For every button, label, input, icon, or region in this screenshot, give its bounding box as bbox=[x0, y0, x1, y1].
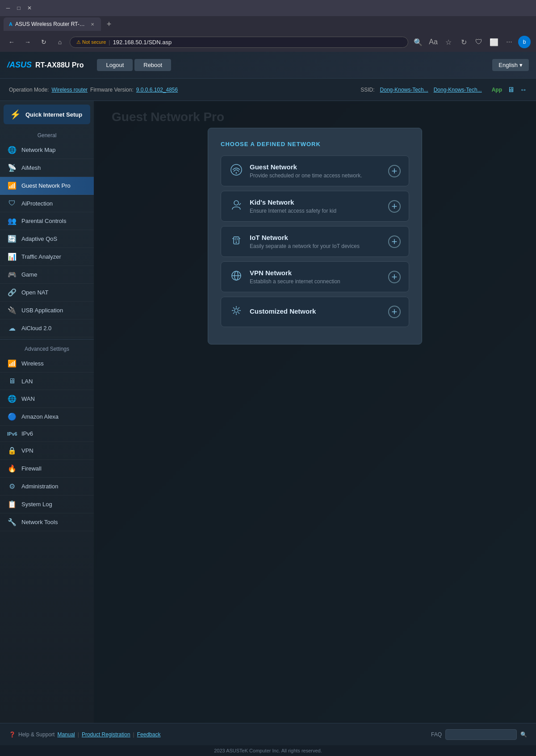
firmware-value[interactable]: 9.0.0.6.102_4856 bbox=[136, 87, 178, 93]
quick-internet-setup[interactable]: ⚡ Quick Internet Setup bbox=[4, 105, 90, 124]
sidebar-item-guest-network-pro[interactable]: 📶 Guest Network Pro bbox=[0, 177, 94, 195]
iot-network-name: IoT Network bbox=[250, 234, 382, 241]
iot-network-option[interactable]: IoT Network Easily separate a network fo… bbox=[221, 226, 409, 257]
sidebar-item-traffic-analyzer[interactable]: 📊 Traffic Analyzer bbox=[0, 248, 94, 266]
sidebar-item-adaptive-qos[interactable]: 🔄 Adaptive QoS bbox=[0, 230, 94, 248]
sidebar-item-administration[interactable]: ⚙ Administration bbox=[0, 478, 94, 496]
sidebar-item-network-tools[interactable]: 🔧 Network Tools bbox=[0, 513, 94, 531]
sidebar-item-game[interactable]: 🎮 Game bbox=[0, 266, 94, 284]
maximize-button[interactable]: □ bbox=[15, 4, 22, 12]
close-button[interactable]: ✕ bbox=[26, 4, 33, 12]
shield-icon[interactable]: 🛡 bbox=[473, 36, 485, 48]
vpn-network-icon bbox=[229, 269, 243, 285]
kids-network-add-button[interactable]: + bbox=[388, 200, 401, 213]
sidebar-item-amazon-alexa[interactable]: 🔵 Amazon Alexa bbox=[0, 408, 94, 426]
network-map-icon: 🌐 bbox=[7, 146, 17, 154]
header-nav: Logout Reboot bbox=[97, 59, 171, 71]
sidebar-item-label-ipv6: IPv6 bbox=[21, 430, 33, 437]
operation-mode-value[interactable]: Wireless router bbox=[51, 87, 88, 93]
sidebar-item-ipv6[interactable]: IPv6 IPv6 bbox=[0, 426, 94, 442]
footer-link-feedback[interactable]: Feedback bbox=[137, 731, 161, 738]
back-button[interactable]: ← bbox=[5, 36, 18, 48]
footer-link-product-registration[interactable]: Product Registration bbox=[82, 731, 130, 738]
sidebar-item-firewall[interactable]: 🔥 Firewall bbox=[0, 460, 94, 478]
url-bar[interactable]: ⚠ Not secure | 192.168.50.1/SDN.asp bbox=[70, 37, 408, 48]
sidebar-item-label-open-nat: Open NAT bbox=[21, 289, 48, 296]
home-button[interactable]: ⌂ bbox=[54, 36, 66, 48]
refresh-button[interactable]: ↻ bbox=[38, 36, 50, 48]
general-section-title: General bbox=[0, 128, 94, 141]
toolbar-icons: 🔍 Aa ☆ ↻ 🛡 ⬜ ··· b bbox=[412, 36, 531, 48]
sidebar-item-parental-controls[interactable]: 👥 Parental Controls bbox=[0, 212, 94, 230]
sidebar-item-aicloud[interactable]: ☁ AiCloud 2.0 bbox=[0, 319, 94, 337]
customized-network-name: Customized Network bbox=[250, 307, 382, 315]
sidebar-item-label-network-map: Network Map bbox=[21, 147, 56, 153]
administration-icon: ⚙ bbox=[7, 482, 17, 491]
iot-network-desc: Easily separate a network for your IoT d… bbox=[250, 243, 382, 249]
logout-button[interactable]: Logout bbox=[97, 59, 133, 71]
parental-controls-icon: 👥 bbox=[7, 217, 17, 225]
search-icon[interactable]: 🔍 bbox=[412, 36, 424, 48]
sidebar-item-label-vpn: VPN bbox=[21, 447, 34, 454]
sidebar-item-label-game: Game bbox=[21, 271, 37, 278]
router-ui: /ASUS RT-AX88U Pro Logout Reboot English… bbox=[0, 52, 536, 756]
new-tab-button[interactable]: + bbox=[103, 18, 115, 30]
app-link[interactable]: App bbox=[492, 87, 502, 93]
vpn-network-option[interactable]: VPN Network Establish a secure internet … bbox=[221, 261, 409, 292]
footer-link-manual[interactable]: Manual bbox=[57, 731, 75, 738]
iot-network-text: IoT Network Easily separate a network fo… bbox=[250, 234, 382, 249]
guest-network-option[interactable]: Guest Network Provide scheduled or one t… bbox=[221, 155, 409, 186]
game-icon: 🎮 bbox=[7, 270, 17, 279]
sidebar-item-label-system-log: System Log bbox=[21, 501, 52, 508]
kids-network-desc: Ensure Internet access safety for kid bbox=[250, 208, 382, 214]
svg-point-1 bbox=[236, 172, 237, 173]
svg-point-2 bbox=[234, 201, 239, 205]
tab-close-button[interactable]: ✕ bbox=[89, 21, 96, 27]
sidebar-item-lan[interactable]: 🖥 LAN bbox=[0, 373, 94, 390]
quick-setup-icon: ⚡ bbox=[10, 109, 21, 120]
sidebar-item-label-guest-network-pro: Guest Network Pro bbox=[21, 182, 71, 189]
edge-icon[interactable]: b bbox=[518, 36, 531, 48]
sidebar-item-aiprotection[interactable]: 🛡 AiProtection bbox=[0, 195, 94, 212]
kids-network-option[interactable]: Kid's Network Ensure Internet access saf… bbox=[221, 191, 409, 222]
minimize-button[interactable]: ─ bbox=[4, 4, 12, 12]
sidebar-item-network-map[interactable]: 🌐 Network Map bbox=[0, 141, 94, 159]
reader-mode-icon[interactable]: Aa bbox=[427, 36, 440, 48]
faq-search-icon[interactable]: 🔍 bbox=[520, 731, 527, 738]
menu-icon[interactable]: ··· bbox=[503, 36, 515, 48]
guest-network-add-button[interactable]: + bbox=[388, 165, 401, 177]
screen-icon[interactable]: 🖥 bbox=[507, 86, 515, 94]
forward-button[interactable]: → bbox=[21, 36, 34, 48]
info-bar-right: SSID: Dong-Knows-Tech... Dong-Knows-Tech… bbox=[360, 86, 527, 94]
guest-network-text: Guest Network Provide scheduled or one t… bbox=[250, 163, 382, 179]
favorites-icon[interactable]: ☆ bbox=[442, 36, 455, 48]
sidebar-item-open-nat[interactable]: 🔗 Open NAT bbox=[0, 284, 94, 302]
sidebar-item-wireless[interactable]: 📶 Wireless bbox=[0, 355, 94, 373]
firmware-label: Firmware Version: bbox=[90, 87, 134, 93]
refresh-icon[interactable]: ↻ bbox=[457, 36, 470, 48]
sidebar-item-vpn[interactable]: 🔒 VPN bbox=[0, 442, 94, 460]
faq-search-input[interactable] bbox=[445, 729, 517, 740]
customized-network-add-button[interactable]: + bbox=[388, 306, 401, 318]
sidebar-item-wan[interactable]: 🌐 WAN bbox=[0, 390, 94, 408]
sidebar-item-aimesh[interactable]: 📡 AiMesh bbox=[0, 159, 94, 177]
ssid-2[interactable]: Dong-Knows-Tech... bbox=[434, 87, 482, 93]
customized-network-option[interactable]: Customized Network + bbox=[221, 297, 409, 327]
amazon-alexa-icon: 🔵 bbox=[7, 412, 17, 421]
help-support-label: Help & Support bbox=[18, 731, 54, 738]
active-tab[interactable]: A ASUS Wireless Router RT-AX88U ✕ bbox=[4, 17, 101, 31]
collections-icon[interactable]: ⬜ bbox=[488, 36, 500, 48]
iot-network-add-button[interactable]: + bbox=[388, 235, 401, 248]
sidebar-item-label-amazon-alexa: Amazon Alexa bbox=[21, 413, 59, 420]
language-selector[interactable]: English ▾ bbox=[492, 59, 529, 71]
sidebar-item-usb-application[interactable]: 🔌 USB Application bbox=[0, 302, 94, 319]
traffic-analyzer-icon: 📊 bbox=[7, 252, 17, 261]
network-icon[interactable]: ↔ bbox=[520, 86, 527, 94]
usb-application-icon: 🔌 bbox=[7, 306, 17, 315]
vpn-network-add-button[interactable]: + bbox=[388, 271, 401, 283]
ssid-1[interactable]: Dong-Knows-Tech... bbox=[380, 87, 428, 93]
router-model: RT-AX88U Pro bbox=[35, 61, 84, 69]
sidebar-item-system-log[interactable]: 📋 System Log bbox=[0, 496, 94, 513]
sidebar-item-label-usb-application: USB Application bbox=[21, 307, 63, 314]
reboot-button[interactable]: Reboot bbox=[134, 59, 171, 71]
